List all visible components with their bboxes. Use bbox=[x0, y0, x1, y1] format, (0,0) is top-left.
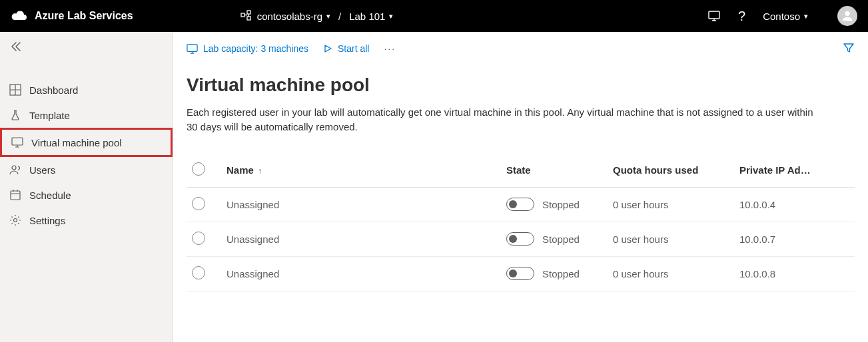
vm-table: Name ↑ State Quota hours used Private IP… bbox=[187, 156, 855, 291]
cell-name: Unassigned bbox=[221, 222, 501, 256]
sort-ascending-icon: ↑ bbox=[258, 166, 262, 176]
cell-quota: 0 user hours bbox=[608, 222, 734, 256]
column-header-state[interactable]: State bbox=[501, 156, 608, 188]
breadcrumb-resource-group[interactable]: contosolabs-rg ▾ bbox=[257, 11, 330, 22]
product-name: Azure Lab Services bbox=[35, 10, 133, 22]
cell-ip: 10.0.0.7 bbox=[734, 222, 855, 256]
power-toggle[interactable] bbox=[506, 232, 534, 246]
row-select-checkbox[interactable] bbox=[192, 266, 205, 279]
row-select-checkbox[interactable] bbox=[192, 232, 205, 245]
monitor-icon bbox=[11, 136, 23, 148]
cell-state: Stopped bbox=[542, 234, 580, 245]
table-row[interactable]: UnassignedStopped0 user hours10.0.0.8 bbox=[187, 256, 855, 291]
product-logo[interactable]: Azure Lab Services bbox=[11, 10, 133, 22]
cell-ip: 10.0.0.4 bbox=[734, 187, 855, 222]
account-menu[interactable]: Contoso ▾ bbox=[763, 11, 808, 22]
row-select-checkbox[interactable] bbox=[192, 197, 205, 210]
svg-rect-8 bbox=[11, 191, 20, 200]
main-content: Lab capacity: 3 machines Start all ··· V… bbox=[173, 32, 868, 342]
flask-icon bbox=[9, 109, 21, 121]
svg-rect-1 bbox=[247, 11, 250, 14]
calendar-icon bbox=[9, 189, 21, 201]
svg-rect-6 bbox=[12, 138, 23, 145]
table-row[interactable]: UnassignedStopped0 user hours10.0.0.4 bbox=[187, 187, 855, 222]
filter-button[interactable] bbox=[843, 42, 855, 56]
toolbar: Lab capacity: 3 machines Start all ··· bbox=[173, 32, 868, 65]
lab-capacity-button[interactable]: Lab capacity: 3 machines bbox=[187, 43, 308, 55]
chevron-down-icon: ▾ bbox=[389, 12, 393, 21]
page-title: Virtual machine pool bbox=[187, 75, 855, 96]
resource-group-icon bbox=[240, 9, 252, 23]
sidebar-item-label: Template bbox=[29, 110, 70, 121]
svg-point-7 bbox=[12, 166, 16, 170]
cell-quota: 0 user hours bbox=[608, 187, 734, 222]
sidebar-item-vm-pool[interactable]: Virtual machine pool bbox=[0, 128, 173, 157]
sidebar: Dashboard Template Virtual machine pool … bbox=[0, 32, 173, 342]
select-all-checkbox[interactable] bbox=[192, 162, 205, 176]
avatar[interactable] bbox=[837, 6, 857, 26]
sidebar-item-schedule[interactable]: Schedule bbox=[0, 182, 173, 208]
cell-state: Stopped bbox=[542, 268, 580, 279]
top-header: Azure Lab Services contosolabs-rg ▾ / La… bbox=[0, 0, 868, 32]
cell-ip: 10.0.0.8 bbox=[734, 256, 855, 291]
chevron-down-icon: ▾ bbox=[804, 12, 808, 21]
cell-name: Unassigned bbox=[221, 256, 501, 291]
svg-point-9 bbox=[14, 219, 17, 222]
svg-rect-10 bbox=[187, 44, 197, 51]
svg-rect-2 bbox=[247, 17, 250, 20]
cell-state: Stopped bbox=[542, 199, 580, 210]
column-header-name[interactable]: Name ↑ bbox=[221, 156, 501, 188]
sidebar-item-label: Virtual machine pool bbox=[31, 137, 122, 148]
header-actions: ? Contoso ▾ bbox=[707, 6, 857, 26]
help-icon[interactable]: ? bbox=[738, 9, 745, 24]
sidebar-item-label: Dashboard bbox=[29, 85, 78, 96]
dashboard-icon bbox=[9, 84, 21, 96]
power-toggle[interactable] bbox=[506, 267, 534, 280]
column-header-quota[interactable]: Quota hours used bbox=[608, 156, 734, 188]
sidebar-item-users[interactable]: Users bbox=[0, 157, 173, 182]
breadcrumb-lab[interactable]: Lab 101 ▾ bbox=[349, 11, 393, 22]
gear-icon bbox=[9, 214, 21, 226]
sidebar-item-label: Settings bbox=[29, 215, 65, 226]
monitor-icon[interactable] bbox=[707, 9, 721, 23]
start-all-button[interactable]: Start all bbox=[323, 43, 369, 54]
sidebar-item-dashboard[interactable]: Dashboard bbox=[0, 77, 173, 102]
column-header-ip[interactable]: Private IP Ad… bbox=[734, 156, 855, 188]
more-actions-button[interactable]: ··· bbox=[384, 43, 396, 54]
collapse-sidebar-button[interactable] bbox=[0, 32, 173, 61]
table-row[interactable]: UnassignedStopped0 user hours10.0.0.7 bbox=[187, 222, 855, 256]
svg-rect-0 bbox=[241, 13, 244, 17]
chevron-down-icon: ▾ bbox=[326, 12, 330, 21]
page-description: Each registered user in your lab will au… bbox=[187, 105, 826, 134]
power-toggle[interactable] bbox=[506, 198, 534, 211]
svg-point-4 bbox=[845, 11, 849, 16]
sidebar-item-settings[interactable]: Settings bbox=[0, 208, 173, 233]
sidebar-item-label: Users bbox=[29, 164, 55, 176]
cell-quota: 0 user hours bbox=[608, 256, 734, 291]
sidebar-item-template[interactable]: Template bbox=[0, 102, 173, 128]
svg-rect-3 bbox=[709, 11, 719, 19]
cell-name: Unassigned bbox=[221, 187, 501, 222]
breadcrumb: contosolabs-rg ▾ / Lab 101 ▾ bbox=[240, 9, 394, 23]
cloud-icon bbox=[11, 10, 28, 22]
users-icon bbox=[9, 164, 21, 176]
sidebar-item-label: Schedule bbox=[29, 190, 71, 201]
breadcrumb-separator: / bbox=[336, 11, 344, 22]
